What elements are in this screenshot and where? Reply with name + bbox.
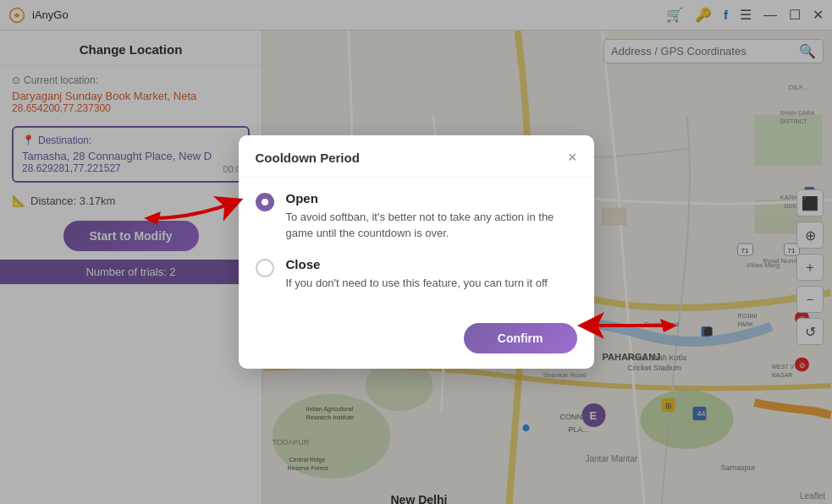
cooldown-modal: Cooldown Period × Open To avoid softban,…: [239, 135, 594, 370]
open-option: Open To avoid softban, it's better not t…: [256, 191, 577, 242]
svg-marker-57: [144, 211, 161, 225]
modal-body: Open To avoid softban, it's better not t…: [239, 178, 594, 324]
close-option-title: Close: [286, 257, 548, 271]
close-option-content: Close If you don't need to use this feat…: [286, 257, 548, 292]
modal-close-button[interactable]: ×: [568, 149, 577, 167]
confirm-button[interactable]: Confirm: [464, 323, 577, 353]
modal-title: Cooldown Period: [256, 151, 360, 165]
open-option-content: Open To avoid softban, it's better not t…: [286, 191, 577, 242]
open-option-description: To avoid softban, it's better not to tak…: [286, 209, 577, 242]
open-option-title: Open: [286, 191, 577, 205]
open-radio-button[interactable]: [256, 193, 274, 211]
close-radio-button[interactable]: [256, 259, 274, 277]
close-option-description: If you don't need to use this feature, y…: [286, 275, 548, 292]
red-arrow-1: [144, 176, 254, 227]
modal-header: Cooldown Period ×: [239, 135, 594, 178]
svg-marker-58: [660, 319, 677, 332]
modal-footer: Confirm: [239, 323, 594, 369]
modal-overlay: Cooldown Period × Open To avoid softban,…: [0, 0, 832, 504]
close-option: Close If you don't need to use this feat…: [256, 257, 577, 292]
